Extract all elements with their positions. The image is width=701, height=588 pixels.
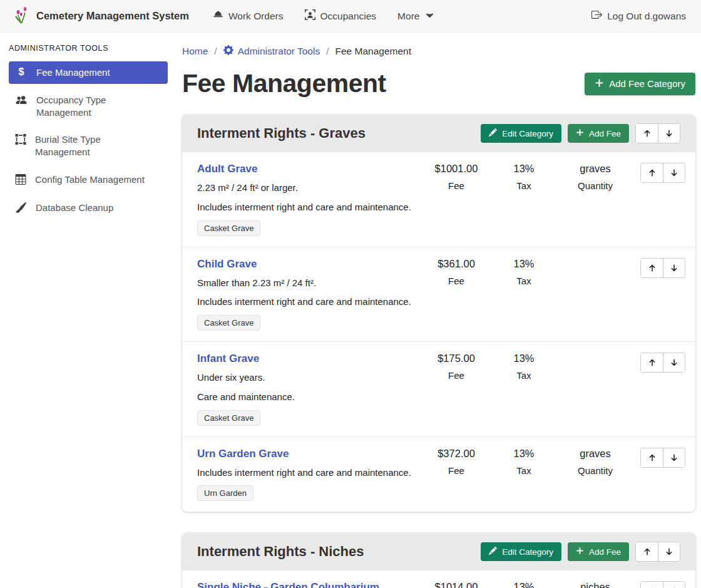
fee-description-1: Includes interment right and care and ma… — [197, 466, 416, 480]
sidebar-item-label: Config Table Management — [35, 173, 145, 186]
tax-percent: 13% — [513, 581, 534, 588]
logout-icon — [591, 9, 602, 23]
fee-name-link[interactable]: Adult Grave — [197, 163, 257, 175]
sidebar-header: ADMINISTRATOR TOOLS — [9, 44, 168, 53]
move-up-button[interactable] — [636, 124, 658, 143]
fee-description-1: Under six years. — [197, 371, 416, 384]
tulip-logo-icon — [15, 6, 30, 26]
fee-name-link[interactable]: Child Grave — [197, 258, 257, 271]
fee-name-link[interactable]: Infant Grave — [197, 353, 259, 365]
sidebar-item-burial-site-type[interactable]: Burial Site Type Management — [9, 128, 168, 163]
nav-item-more[interactable]: More — [397, 11, 434, 22]
sidebar-item-occupancy-type[interactable]: Occupancy Type Management — [9, 89, 168, 124]
fee-reorder — [633, 163, 685, 236]
categories: Interment Rights - Graves Edit Category — [182, 115, 695, 588]
pencil-icon — [489, 547, 497, 557]
category-title: Interment Rights - Niches — [197, 544, 481, 560]
fee-details: Urn Garden Grave Includes interment righ… — [197, 448, 422, 502]
plus-icon — [576, 547, 584, 557]
move-down-button[interactable] — [663, 448, 685, 467]
edit-category-button[interactable]: Edit Category — [481, 124, 561, 143]
tax-column: 13% Tax — [490, 581, 558, 588]
move-down-button[interactable] — [663, 259, 685, 277]
top-navbar: Cemetery Management System Work Orders — [0, 0, 701, 33]
edit-category-button[interactable]: Edit Category — [481, 542, 561, 561]
quantity-column: graves Quantity — [558, 163, 633, 236]
add-fee-button[interactable]: Add Fee — [568, 124, 629, 143]
category-actions: Edit Category Add Fee — [481, 542, 680, 562]
page-title: Fee Management — [182, 69, 386, 98]
fee-amount: $372.00 — [437, 448, 475, 460]
fee-amount-label: Fee — [448, 465, 464, 476]
move-down-button[interactable] — [663, 163, 685, 182]
move-up-button[interactable] — [641, 582, 663, 588]
fee-row: Adult Grave 2.23 m² / 24 ft² or larger. … — [182, 152, 695, 247]
add-fee-category-label: Add Fee Category — [609, 78, 685, 89]
fee-description-2: Care and maintenance. — [197, 390, 416, 404]
move-up-button[interactable] — [636, 542, 658, 561]
fee-amount: $1001.00 — [435, 163, 478, 175]
sidebar: ADMINISTRATOR TOOLS $ Fee Management Occ… — [0, 33, 175, 588]
quantity-value: niches — [580, 581, 610, 588]
fee-reorder — [633, 353, 685, 426]
fee-details: Child Grave Smaller than 2.23 m² / 24 ft… — [197, 258, 422, 331]
move-down-button[interactable] — [658, 542, 680, 561]
move-up-button[interactable] — [641, 259, 663, 277]
brush-icon — [15, 202, 27, 215]
add-fee-category-button[interactable]: Add Fee Category — [585, 73, 695, 95]
move-down-button[interactable] — [663, 353, 685, 372]
breadcrumb-home-link[interactable]: Home — [182, 46, 208, 57]
breadcrumb-home-label: Home — [182, 46, 208, 57]
breadcrumb-admin-link[interactable]: Administrator Tools — [223, 45, 320, 58]
gear-icon — [223, 45, 233, 58]
nav-item-occupancies[interactable]: Occupancies — [305, 9, 377, 23]
move-up-button[interactable] — [641, 353, 663, 372]
logout-button[interactable]: Log Out d.gowans — [591, 9, 686, 23]
app-brand[interactable]: Cemetery Management System — [15, 6, 189, 26]
fee-reorder-group — [640, 258, 685, 278]
tax-percent: 13% — [513, 353, 534, 364]
fee-description-2: Includes interment right and care and ma… — [197, 200, 416, 214]
fee-reorder — [633, 581, 685, 588]
sidebar-item-config-table[interactable]: Config Table Management — [9, 168, 168, 192]
tax-column: 13% Tax — [490, 258, 558, 331]
fee-row: Single Niche - Garden Columbarium Garden… — [182, 570, 695, 588]
breadcrumb-admin-label: Administrator Tools — [238, 46, 320, 57]
category-reorder-group — [635, 123, 680, 143]
fee-amount: $175.00 — [437, 353, 475, 364]
add-fee-button[interactable]: Add Fee — [568, 542, 629, 561]
fee-category-card: Interment Rights - Niches Edit Category — [182, 533, 695, 588]
logout-label: Log Out d.gowans — [607, 11, 686, 22]
fee-reorder — [633, 448, 685, 502]
tax-column: 13% Tax — [490, 448, 558, 502]
move-up-button[interactable] — [641, 163, 663, 182]
move-down-button[interactable] — [658, 124, 680, 143]
tax-label: Tax — [516, 370, 531, 381]
fee-tag: Casket Grave — [197, 315, 260, 331]
move-down-button[interactable] — [663, 582, 685, 588]
fee-amount: $361.00 — [437, 258, 475, 270]
fee-amount: $1014.00 — [435, 581, 478, 588]
fee-name-link[interactable]: Single Niche - Garden Columbarium — [197, 581, 379, 588]
tax-percent: 13% — [513, 163, 534, 175]
fee-reorder-group — [640, 163, 685, 183]
tax-column: 13% Tax — [490, 163, 558, 236]
nav-item-work-orders[interactable]: Work Orders — [213, 9, 284, 23]
tax-label: Tax — [516, 180, 531, 191]
nav-links: Work Orders Occupancies More — [213, 9, 434, 23]
tax-label: Tax — [516, 276, 531, 286]
move-up-button[interactable] — [641, 448, 663, 467]
nav-label-occupancies: Occupancies — [320, 11, 377, 22]
quantity-label: Quantity — [578, 180, 613, 191]
category-header: Interment Rights - Niches Edit Category — [182, 533, 695, 570]
sidebar-item-label: Burial Site Type Management — [35, 133, 148, 158]
page-header: Fee Management Add Fee Category — [182, 69, 695, 98]
tax-column: 13% Tax — [490, 353, 558, 426]
category-actions: Edit Category Add Fee — [481, 123, 680, 143]
sidebar-item-fee-management[interactable]: $ Fee Management — [9, 61, 168, 84]
fee-tag: Urn Garden — [197, 485, 253, 501]
sidebar-item-database-cleanup[interactable]: Database Cleanup — [9, 197, 168, 220]
fee-name-link[interactable]: Urn Garden Grave — [197, 448, 289, 460]
pencil-icon — [489, 128, 497, 138]
edit-category-label: Edit Category — [502, 547, 553, 557]
